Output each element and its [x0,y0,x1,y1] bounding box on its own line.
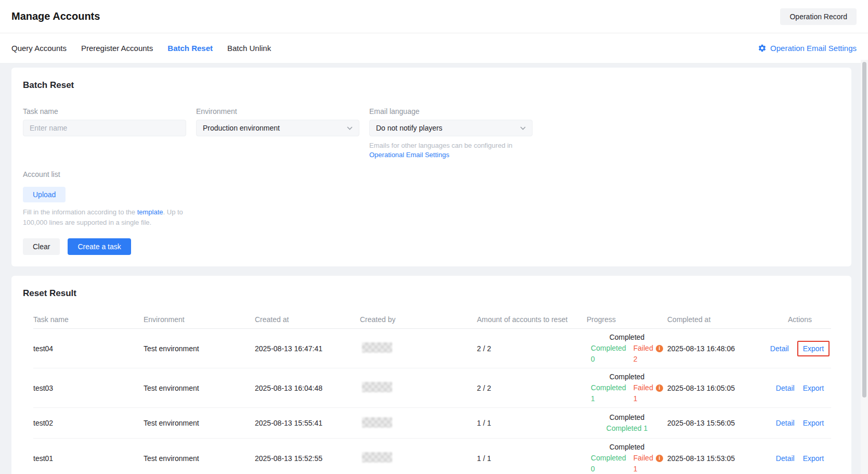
cell-created-at: 2025-08-13 15:52:55 [255,454,360,463]
tab-batch-reset[interactable]: Batch Reset [167,41,213,56]
cell-created-by [360,342,477,354]
table-row: test04Test environment2025-08-13 16:47:4… [33,329,831,368]
chevron-down-icon [520,126,526,130]
cell-progress: CompletedCompleted1Failed i1 [587,371,667,404]
cell-progress: CompletedCompleted0Failed i2 [587,332,667,365]
cell-progress: CompletedCompleted 1 [587,412,667,434]
table-row: test01Test environment2025-08-13 15:52:5… [33,439,831,474]
column-header: Completed at [667,315,769,324]
detail-link[interactable]: Detail [776,384,795,392]
cell-completed-at: 2025-08-13 16:48:06 [667,344,769,353]
cell-environment: Test environment [144,419,255,427]
column-header: Environment [144,315,255,324]
tab-preregister-accounts[interactable]: Preregister Accounts [81,41,153,56]
account-list-label: Account list [23,170,840,178]
form-row: Task name Environment Production environ… [23,107,840,160]
operation-email-settings-label: Operation Email Settings [770,44,857,53]
column-header: Created at [255,315,360,324]
created-by-redacted [362,417,392,428]
cell-created-at: 2025-08-13 15:55:41 [255,419,360,427]
completed-count: Completed0 [591,453,626,474]
cell-environment: Test environment [144,384,255,392]
cell-amount: 2 / 2 [477,384,587,392]
cell-amount: 1 / 1 [477,419,587,427]
table-header: Task nameEnvironmentCreated atCreated by… [33,310,831,329]
form-buttons: Clear Create a task [23,238,840,255]
create-task-button[interactable]: Create a task [68,238,131,255]
column-header: Actions [769,315,831,324]
failed-count: Failed i2 [633,343,663,365]
export-link[interactable]: Export [803,344,824,353]
progress-status: Completed [587,371,667,382]
environment-label: Environment [196,107,359,116]
page-title: Manage Accounts [11,10,100,22]
cell-created-at: 2025-08-13 16:04:48 [255,384,360,392]
column-header: Progress [587,315,667,324]
reset-result-heading: Reset Result [23,287,840,299]
email-language-select-value: Do not notify players [376,124,443,132]
result-table: Task nameEnvironmentCreated atCreated by… [33,310,831,474]
operation-record-button[interactable]: Operation Record [780,8,857,25]
progress-status: Completed [587,332,667,343]
info-icon[interactable]: i [656,385,663,392]
detail-link[interactable]: Detail [776,454,795,463]
failed-count: Failed i1 [633,453,663,474]
operational-email-settings-link[interactable]: Operational Email Settings [369,150,449,160]
progress-status: Completed [587,412,667,423]
scrollbar-thumb[interactable] [862,62,866,398]
created-by-redacted [362,452,392,463]
upload-note-line1: Fill in the information according to the… [23,207,840,217]
title-bar: Manage Accounts Operation Record [0,0,868,33]
operation-email-settings-link[interactable]: Operation Email Settings [758,44,857,53]
batch-reset-card: Batch Reset Task name Environment Produc… [11,68,851,266]
task-name-field: Task name [23,107,186,160]
created-by-redacted [362,342,392,353]
reset-result-card: Reset Result Task nameEnvironmentCreated… [11,276,851,474]
cell-actions: DetailExport [769,341,831,356]
progress-status: Completed [587,442,667,453]
cell-task-name: test02 [33,419,144,427]
info-icon[interactable]: i [656,455,663,462]
completed-count: Completed1 [591,382,626,404]
table-row: test02Test environment2025-08-13 15:55:4… [33,408,831,439]
cell-amount: 2 / 2 [477,344,587,353]
cell-task-name: test01 [33,454,144,463]
created-by-redacted [362,382,392,392]
cell-actions: DetailExport [769,454,831,463]
progress-counts: Completed0Failed i1 [587,453,667,474]
export-link[interactable]: Export [803,454,824,463]
chevron-down-icon [347,126,353,130]
tab-batch-unlink[interactable]: Batch Unlink [227,41,271,56]
environment-select-value: Production environment [203,124,280,132]
progress-counts: Completed0Failed i2 [587,343,667,365]
cell-completed-at: 2025-08-13 15:53:05 [667,454,769,463]
tab-query-accounts[interactable]: Query Accounts [11,41,67,56]
email-language-select[interactable]: Do not notify players [369,120,533,136]
task-name-label: Task name [23,107,186,116]
detail-link[interactable]: Detail [770,344,789,353]
upload-note-text: . Up to [163,208,183,216]
page-content: Batch Reset Task name Environment Produc… [0,63,868,474]
export-link[interactable]: Export [803,384,824,392]
scrollbar-track[interactable] [861,60,868,474]
failed-count: Failed i1 [633,382,663,404]
detail-link[interactable]: Detail [776,419,795,427]
cell-completed-at: 2025-08-13 16:05:05 [667,384,769,392]
template-link[interactable]: template [137,208,163,216]
cell-environment: Test environment [144,344,255,353]
table-body: test04Test environment2025-08-13 16:47:4… [33,329,831,474]
completed-count: Completed 1 [587,423,667,434]
environment-select[interactable]: Production environment [196,120,359,136]
info-icon[interactable]: i [656,345,663,352]
cell-task-name: test04 [33,344,144,353]
upload-button[interactable]: Upload [23,187,66,202]
gear-icon [758,44,767,53]
cell-progress: CompletedCompleted0Failed i1 [587,442,667,474]
export-link[interactable]: Export [803,419,824,427]
tab-list: Query AccountsPreregister AccountsBatch … [11,41,271,56]
clear-button[interactable]: Clear [23,238,60,255]
batch-reset-heading: Batch Reset [23,79,840,91]
cell-amount: 1 / 1 [477,454,587,463]
tab-bar: Query AccountsPreregister AccountsBatch … [0,33,868,63]
task-name-input[interactable] [23,120,186,136]
